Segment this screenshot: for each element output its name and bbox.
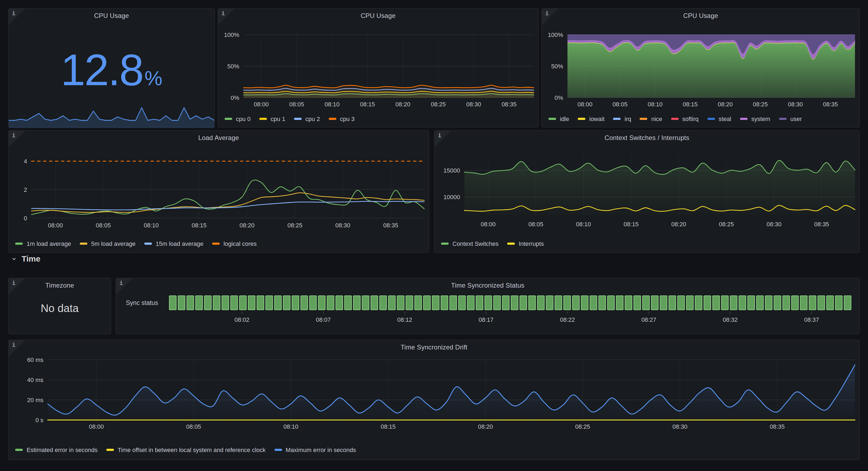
x-tick-label: 08:10 [576, 221, 591, 228]
x-tick-label: 08:05 [528, 221, 543, 228]
y-tick-label: 4 [24, 158, 27, 165]
legend-item-iowait[interactable]: iowait [578, 116, 604, 122]
legend-item-irq[interactable]: irq [613, 116, 631, 122]
legend-label: idle [560, 116, 569, 122]
legend-swatch [549, 118, 556, 120]
status-bar [537, 296, 545, 310]
x-tick-label: 08:12 [397, 316, 412, 323]
status-bar [467, 296, 474, 310]
status-bar [792, 296, 799, 310]
section-label: Time [22, 254, 40, 263]
panel-time-sync-status: i Time Syncronized Status Sync status 08… [116, 278, 860, 334]
legend-swatch [329, 118, 336, 120]
x-tick-label: 08:15 [192, 222, 207, 229]
legend-item-cpu-1[interactable]: cpu 1 [259, 116, 285, 122]
section-header-time[interactable]: ⌄ Time [11, 254, 40, 263]
legend-item-softirq[interactable]: softirq [671, 116, 699, 122]
status-bar [485, 296, 492, 310]
status-bar [458, 296, 465, 310]
status-bar [432, 296, 439, 310]
legend-label: softirq [682, 116, 699, 122]
status-bar [318, 296, 325, 310]
y-tick-label: 100% [548, 31, 563, 38]
legend-label: logical cores [223, 240, 257, 247]
panel-title[interactable]: CPU Usage [9, 9, 214, 23]
legend-item-nice[interactable]: nice [640, 116, 662, 122]
legend-item-steal[interactable]: steal [707, 116, 731, 122]
status-bar [809, 296, 816, 310]
x-tick-label: 08:15 [683, 101, 698, 108]
x-tick-label: 08:30 [673, 423, 687, 430]
legend-item-1m-load-average[interactable]: 1m load average [15, 240, 71, 247]
x-tick-label: 08:00 [89, 423, 104, 430]
legend-swatch [15, 242, 23, 245]
status-bar [555, 296, 562, 310]
legend-label: system [751, 116, 770, 122]
cpu-stacked-legend: idleiowaitirqnicesoftirqstealsystemuser [549, 116, 802, 122]
cpu-per-core-chart: 08:0008:0508:1008:1508:2008:2508:3008:35… [218, 9, 539, 128]
sync-status-bars: 08:0208:0708:1208:1708:2208:2708:3208:37 [116, 278, 860, 335]
legend-item-system[interactable]: system [740, 116, 770, 122]
x-tick-label: 08:20 [478, 423, 493, 430]
y-tick-label: 0 s [35, 417, 43, 423]
legend-swatch [740, 118, 748, 120]
legend-item-logical-cores[interactable]: logical cores [212, 240, 257, 247]
status-bar [633, 296, 641, 310]
status-bar [818, 296, 825, 310]
status-bar [713, 296, 720, 310]
status-bar [476, 296, 483, 310]
status-bar [292, 296, 299, 310]
status-bar [169, 296, 176, 310]
y-tick-label: 60 ms [27, 356, 43, 363]
x-tick-label: 08:32 [723, 316, 738, 323]
panel-cpu-usage-per-core: i CPU Usage 08:0008:0508:1008:1508:2008:… [218, 8, 539, 127]
legend-item-user[interactable]: user [779, 116, 802, 122]
legend-item-maximum-error-in-seconds[interactable]: Maximum error in seconds [274, 447, 356, 453]
legend-item-time-offset-in-between-local-system-and-reference-clock[interactable]: Time offset in between local system and … [106, 447, 266, 453]
grid: 08:0008:0508:1008:1508:2008:2508:3008:35… [24, 158, 424, 229]
status-bar [424, 296, 431, 310]
x-tick-label: 08:22 [560, 316, 575, 323]
y-tick-label: 50% [227, 63, 239, 70]
legend-item-cpu-3[interactable]: cpu 3 [329, 116, 355, 122]
legend-label: cpu 3 [340, 116, 355, 122]
legend-item-interrupts[interactable]: Interrupts [507, 240, 544, 247]
status-bar [301, 296, 308, 310]
legend-swatch [507, 242, 515, 245]
status-bar [336, 296, 343, 310]
status-bar [835, 296, 842, 310]
stat-number: 12.8 [61, 40, 143, 100]
legend-item-cpu-2[interactable]: cpu 2 [294, 116, 320, 122]
status-bar [546, 296, 553, 310]
legend-label: Estimated error in seconds [27, 447, 98, 453]
legend-item-cpu-0[interactable]: cpu 0 [225, 116, 251, 122]
legend-swatch [640, 118, 648, 120]
legend-swatch [15, 449, 23, 451]
legend-item-idle[interactable]: idle [549, 116, 569, 122]
x-tick-label: 08:30 [335, 222, 350, 229]
status-bar [625, 296, 632, 310]
stat-value: 12.8 % [9, 40, 214, 100]
status-bar [493, 296, 500, 310]
x-tick-label: 08:20 [396, 101, 410, 108]
legend-item-15m-load-average[interactable]: 15m load average [144, 240, 204, 247]
legend-item-context-switches[interactable]: Context Switches [441, 240, 499, 247]
status-bar [721, 296, 728, 310]
x-tick-label: 08:25 [719, 221, 734, 228]
legend-item-estimated-error-in-seconds[interactable]: Estimated error in seconds [15, 447, 98, 453]
x-tick-label: 08:30 [466, 101, 481, 108]
x-tick-label: 08:35 [383, 222, 398, 229]
x-tick-label: 08:10 [283, 423, 299, 430]
x-tick-label: 08:00 [254, 101, 269, 108]
x-tick-label: 08:05 [613, 101, 627, 108]
legend-item-5m-load-average[interactable]: 5m load average [80, 240, 135, 247]
x-tick-label: 08:05 [96, 222, 111, 229]
no-data-message: No data [9, 302, 111, 315]
legend-label: 5m load average [91, 240, 135, 247]
status-bar [511, 296, 518, 310]
status-bar [529, 296, 536, 310]
status-bar [730, 296, 737, 310]
panel-title[interactable]: Timezone [9, 278, 111, 292]
panel-load-average: i Load Average 08:0008:0508:1008:1508:20… [8, 130, 429, 253]
legend-label: cpu 0 [236, 116, 251, 122]
